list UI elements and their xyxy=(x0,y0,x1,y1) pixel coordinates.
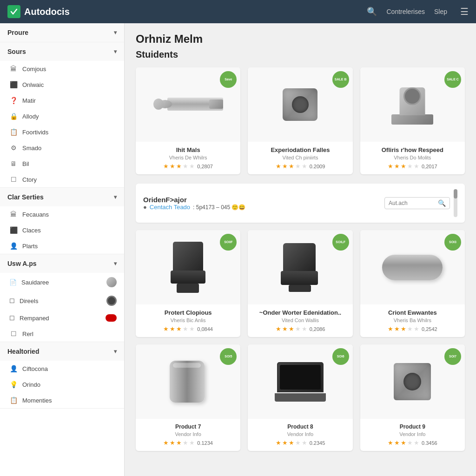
star4: ★ xyxy=(295,325,301,332)
sidebar-item-momenties[interactable]: 📋 Momenties xyxy=(0,392,124,408)
product-rating-7: ★ ★ ★ ★ ★ 0.1234 xyxy=(141,439,235,446)
product-vendor-5: Vited Con Wallis xyxy=(253,317,347,323)
sidebar-item-momenties-label: Momenties xyxy=(22,397,52,404)
product-card-8[interactable]: SOI6 Product 8 Vendor Info ★ ★ ★ xyxy=(248,344,352,451)
product-vendor-4: Vheris Bic Anlis xyxy=(141,317,235,323)
logo-icon xyxy=(7,5,20,18)
sidebar-section-sours-header[interactable]: Sours ▾ xyxy=(0,42,124,61)
product-badge-5: SOILF xyxy=(332,234,349,251)
sidebar-item-matir-label: Matir xyxy=(22,97,36,104)
star1: ★ xyxy=(276,325,281,332)
product-rating-8: ★ ★ ★ ★ ★ 0.2345 xyxy=(253,439,347,446)
sidebar-item-rempaned[interactable]: ☐ Rempaned xyxy=(0,310,124,326)
rating-count-4: 0,0844 xyxy=(197,326,213,332)
sidebar-item-onlwaic[interactable]: ⬛ Onlwaic xyxy=(0,77,124,93)
promo-search-input[interactable] xyxy=(389,200,435,206)
product-shape-laptop xyxy=(275,362,326,402)
sidebar-section-clar-header[interactable]: Clar Serties ▾ xyxy=(0,188,124,206)
search-icon-header[interactable]: 🔍 xyxy=(367,7,377,17)
doc2-icon: 📄 xyxy=(9,279,17,286)
sidebar-section-clar-serties: Clar Serties ▾ 🏛 Fecauans ⬛ Claces 👤 Pla… xyxy=(0,188,124,254)
sidebar-item-comjous[interactable]: 🏛 Comjous xyxy=(0,61,124,77)
sidebar-item-ctory[interactable]: ☐ Ctory xyxy=(0,172,124,187)
main-content: Orhniz Melm Stuidents Save Ihit Mals Vh xyxy=(125,23,476,476)
sidebar-item-sauidaree-left: 📄 Sauidaree xyxy=(9,279,49,286)
lock-icon: 🔒 xyxy=(9,112,18,120)
product-vendor-9: Vendor Info xyxy=(366,431,459,437)
product-name-2: Experiodation Falles xyxy=(253,146,347,153)
sidebar-item-smado[interactable]: ⚙ Smado xyxy=(0,140,124,156)
sidebar-item-matir[interactable]: ❓ Matir xyxy=(0,93,124,108)
sidebar-item-bil[interactable]: 🖥 Bil xyxy=(0,156,124,172)
rating-count-6: 0,2542 xyxy=(422,326,437,332)
product-card-3[interactable]: SALE C Ofliris r'how Respeed Vheris Do M… xyxy=(360,67,465,174)
list-icon: 📋 xyxy=(9,397,18,404)
product-card-4[interactable]: SOIIF Protert Clopious Vheris Bic Anlis … xyxy=(136,230,240,337)
product-img-area-7: SOI5 xyxy=(136,344,240,419)
sidebar-section-healtoried: Healtoried ▾ 👤 Ciftocona 💡 Orindo 📋 Mome… xyxy=(0,342,124,409)
product-info-3: Ofliris r'how Respeed Vheris Do Molits ★… xyxy=(360,142,465,174)
star2: ★ xyxy=(282,325,288,332)
chevron-down-icon-usw: ▾ xyxy=(114,260,117,267)
sidebar-item-claces[interactable]: ⬛ Claces xyxy=(0,222,124,238)
star3: ★ xyxy=(401,439,406,446)
sidebar-section-proure-header[interactable]: Proure ▾ xyxy=(0,23,124,42)
person2-icon: 👤 xyxy=(9,365,18,372)
sidebar-item-fecauans-label: Fecauans xyxy=(22,211,49,218)
sidebar-item-fecauans[interactable]: 🏛 Fecauans xyxy=(0,206,124,222)
chevron-down-icon: ▾ xyxy=(114,29,117,36)
nav-slep[interactable]: Slep xyxy=(434,8,447,15)
section-title: Stuidents xyxy=(136,49,465,60)
sidebar-item-sauidaree[interactable]: 📄 Sauidaree xyxy=(0,273,124,291)
star3: ★ xyxy=(176,163,182,170)
star4: ★ xyxy=(407,325,413,332)
product-vendor-3: Vheris Do Molits xyxy=(366,155,459,160)
star5: ★ xyxy=(414,439,419,446)
star3: ★ xyxy=(289,439,294,446)
square-icon: ⬛ xyxy=(9,81,18,88)
product-card-2[interactable]: SALE B Experiodation Falles Vited Ch pin… xyxy=(248,67,352,174)
star1: ★ xyxy=(163,439,169,446)
promo-link[interactable]: Centach Teado xyxy=(150,204,190,211)
product-img-area-1: Save xyxy=(136,67,240,142)
sidebar-section-healtoried-label: Healtoried xyxy=(7,348,39,355)
sidebar-item-rerl[interactable]: ☐ Rerl xyxy=(0,326,124,342)
sidebar-item-direels[interactable]: ☐ Direels xyxy=(0,291,124,310)
chevron-down-icon-heal: ▾ xyxy=(114,348,117,355)
nav-contrelerises[interactable]: Contrelerises xyxy=(386,8,424,15)
sidebar-item-plarts[interactable]: 👤 Plarts xyxy=(0,238,124,254)
sidebar-item-smado-label: Smado xyxy=(22,145,41,152)
sidebar-item-foortivids[interactable]: 📋 Foortivids xyxy=(0,124,124,140)
sidebar-item-allody[interactable]: 🔒 Allody xyxy=(0,108,124,124)
sidebar-item-orindo[interactable]: 💡 Orindo xyxy=(0,377,124,392)
product-info-5: ~Onder Worter Edenidation.. Vited Con Wa… xyxy=(248,304,352,337)
chevron-down-icon-sours: ▾ xyxy=(114,48,117,55)
star4: ★ xyxy=(295,439,301,446)
product-name-5: ~Onder Worter Edenidation.. xyxy=(253,309,347,316)
product-img-area-4: SOIIF xyxy=(136,230,240,304)
product-card-1[interactable]: Save Ihit Mals Vheris De Whilrs ★ ★ ★ xyxy=(136,67,240,174)
product-card-6[interactable]: SOI3 Criont Ewwantes Vheris Ba Whilrs ★ … xyxy=(360,230,465,337)
sidebar-section-usw-header[interactable]: Usw A.ps ▾ xyxy=(0,254,124,273)
star3: ★ xyxy=(401,163,406,170)
sidebar-item-orindo-label: Orindo xyxy=(22,381,40,388)
product-card-7[interactable]: SOI5 Product 7 Vendor Info ★ ★ ★ ★ xyxy=(136,344,240,451)
promo-right: 🔍 xyxy=(384,189,457,217)
product-badge-6: SOI3 xyxy=(444,234,461,251)
checkbox2-icon: ☐ xyxy=(9,298,15,304)
sidebar-item-ciftocona[interactable]: 👤 Ciftocona xyxy=(0,361,124,377)
product-card-5[interactable]: SOILF ~Onder Worter Edenidation.. Vited … xyxy=(248,230,352,337)
product-info-7: Product 7 Vendor Info ★ ★ ★ ★ ★ 0.1234 xyxy=(136,419,240,451)
star4: ★ xyxy=(407,163,413,170)
hamburger-menu[interactable]: ☰ xyxy=(460,6,469,17)
product-card-9[interactable]: SOI7 Product 9 Vendor Info ★ ★ ★ ★ ★ 0.3… xyxy=(360,344,465,451)
star2: ★ xyxy=(394,439,400,446)
bulb-icon: 💡 xyxy=(9,381,18,388)
sidebar-section-healtoried-header[interactable]: Healtoried ▾ xyxy=(0,342,124,361)
checkbox3-icon: ☐ xyxy=(9,315,15,322)
product-shape-chair xyxy=(168,242,208,293)
promo-search-bar[interactable]: 🔍 xyxy=(384,197,450,209)
star1: ★ xyxy=(276,163,281,170)
scroll-thumb xyxy=(454,189,457,198)
star1: ★ xyxy=(163,163,169,170)
